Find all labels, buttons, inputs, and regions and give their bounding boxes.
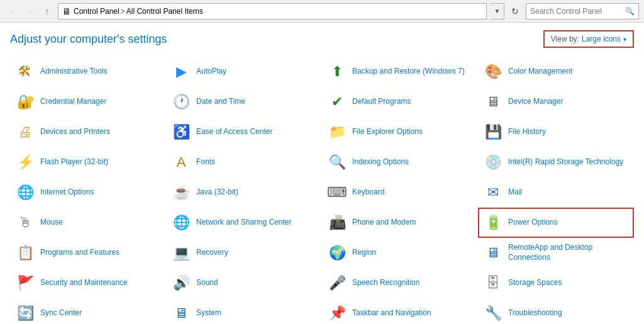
cp-item-internet[interactable]: 🌐Internet Options xyxy=(10,177,166,208)
recovery-icon: 💻 xyxy=(171,243,191,263)
network-icon: 🌐 xyxy=(171,213,191,233)
network-label: Network and Sharing Center xyxy=(196,218,291,228)
remote-label: RemoteApp and Desktop Connections xyxy=(508,243,629,262)
mouse-label: Mouse xyxy=(40,218,63,228)
flash-label: Flash Player (32-bit) xyxy=(40,157,108,167)
trouble-label: Troubleshooting xyxy=(508,308,562,318)
page-title: Adjust your computer's settings xyxy=(10,33,167,46)
backup-icon: ⬆ xyxy=(327,62,347,82)
device-mgr-icon: 🖥 xyxy=(483,92,503,112)
cp-item-intel[interactable]: 💿Intel(R) Rapid Storage Technology xyxy=(478,147,634,177)
credential-label: Credential Manager xyxy=(40,97,106,107)
cp-item-mail[interactable]: ✉Mail xyxy=(478,177,634,208)
refresh-button[interactable]: ↻ xyxy=(508,4,522,18)
cp-item-datetime[interactable]: 🕐Date and Time xyxy=(166,87,322,117)
cp-item-devices[interactable]: 🖨Devices and Printers xyxy=(10,117,166,147)
autoplay-icon: ▶ xyxy=(171,62,191,82)
cp-item-taskbar[interactable]: 📌Taskbar and Navigation xyxy=(322,298,478,324)
internet-icon: 🌐 xyxy=(15,182,35,203)
cp-item-trouble[interactable]: 🔧Troubleshooting xyxy=(478,298,634,324)
storage-label: Storage Spaces xyxy=(508,278,562,288)
datetime-icon: 🕐 xyxy=(171,92,191,112)
ease-icon: ♿ xyxy=(171,122,191,142)
search-box: 🔍 xyxy=(526,3,639,20)
cp-item-color-mgmt[interactable]: 🎨Color Management xyxy=(478,57,634,87)
path-icon: 🖥 xyxy=(62,6,71,16)
mouse-icon: 🖱 xyxy=(15,213,35,233)
power-icon: 🔋 xyxy=(483,213,503,233)
cp-item-device-mgr[interactable]: 🖥Device Manager xyxy=(478,87,634,117)
security-icon: 🚩 xyxy=(15,273,35,293)
cp-item-region[interactable]: 🌍Region xyxy=(322,238,478,268)
cp-item-remote[interactable]: 🖥RemoteApp and Desktop Connections xyxy=(478,238,634,268)
cp-item-java[interactable]: ☕Java (32-bit) xyxy=(166,177,322,208)
cp-item-system[interactable]: 🖥System xyxy=(166,298,322,324)
view-by-label: View by: xyxy=(551,35,579,43)
cp-item-backup[interactable]: ⬆Backup and Restore (Windows 7) xyxy=(322,57,478,87)
address-bar: ← → ↑ 🖥 Control Panel > All Control Pane… xyxy=(0,0,644,23)
up-button[interactable]: ↑ xyxy=(40,4,54,18)
autoplay-label: AutoPlay xyxy=(196,67,226,77)
main-content: Adjust your computer's settings View by:… xyxy=(0,23,644,324)
system-label: System xyxy=(196,308,221,318)
cp-item-power[interactable]: 🔋Power Options xyxy=(478,208,634,238)
cp-item-network[interactable]: 🌐Network and Sharing Center xyxy=(166,208,322,238)
cp-item-mouse[interactable]: 🖱Mouse xyxy=(10,208,166,238)
cp-item-programs[interactable]: 📋Programs and Features xyxy=(10,238,166,268)
cp-item-sync[interactable]: 🔄Sync Center xyxy=(10,298,166,324)
back-button[interactable]: ← xyxy=(5,4,19,18)
sound-icon: 🔊 xyxy=(171,273,191,293)
cp-item-fileexp[interactable]: 📁File Explorer Options xyxy=(322,117,478,147)
java-icon: ☕ xyxy=(171,182,191,203)
view-by-value: Large icons xyxy=(582,35,621,43)
mail-label: Mail xyxy=(508,187,522,198)
internet-label: Internet Options xyxy=(40,187,94,198)
credential-icon: 🔐 xyxy=(15,92,35,112)
intel-label: Intel(R) Rapid Storage Technology xyxy=(508,157,623,167)
color-mgmt-label: Color Management xyxy=(508,67,572,77)
remote-icon: 🖥 xyxy=(483,243,503,263)
cp-item-ease[interactable]: ♿Ease of Access Center xyxy=(166,117,322,147)
keyboard-label: Keyboard xyxy=(352,187,384,198)
cp-item-default-prog[interactable]: ✔Default Programs xyxy=(322,87,478,117)
path-dropdown[interactable]: ▼ xyxy=(491,3,504,20)
cp-item-filehist[interactable]: 💾File History xyxy=(478,117,634,147)
storage-icon: 🗄 xyxy=(483,273,503,293)
cp-item-recovery[interactable]: 💻Recovery xyxy=(166,238,322,268)
taskbar-label: Taskbar and Navigation xyxy=(352,308,431,318)
cp-item-storage[interactable]: 🗄Storage Spaces xyxy=(478,268,634,298)
view-by-box[interactable]: View by: Large icons ▾ xyxy=(543,30,634,48)
mail-icon: ✉ xyxy=(483,182,503,203)
programs-icon: 📋 xyxy=(15,243,35,263)
cp-item-sound[interactable]: 🔊Sound xyxy=(166,268,322,298)
cp-item-indexing[interactable]: 🔍Indexing Options xyxy=(322,147,478,177)
cp-item-speech[interactable]: 🎤Speech Recognition xyxy=(322,268,478,298)
devices-icon: 🖨 xyxy=(15,122,35,142)
phone-icon: 📠 xyxy=(327,213,347,233)
admin-tools-icon: 🛠 xyxy=(15,62,35,82)
default-prog-label: Default Programs xyxy=(352,97,411,107)
programs-label: Programs and Features xyxy=(40,248,119,258)
cp-item-autoplay[interactable]: ▶AutoPlay xyxy=(166,57,322,87)
cp-item-keyboard[interactable]: ⌨Keyboard xyxy=(322,177,478,208)
sync-label: Sync Center xyxy=(40,308,82,318)
speech-label: Speech Recognition xyxy=(352,278,419,288)
filehist-label: File History xyxy=(508,127,546,137)
cp-item-credential[interactable]: 🔐Credential Manager xyxy=(10,87,166,117)
java-label: Java (32-bit) xyxy=(196,187,238,198)
items-grid: 🛠Administrative Tools▶AutoPlay⬆Backup an… xyxy=(10,57,634,324)
device-mgr-label: Device Manager xyxy=(508,97,563,107)
cp-item-security[interactable]: 🚩Security and Maintenance xyxy=(10,268,166,298)
path-part1[interactable]: Control Panel xyxy=(74,7,119,16)
devices-label: Devices and Printers xyxy=(40,127,110,137)
search-input[interactable] xyxy=(530,7,625,16)
cp-item-fonts[interactable]: AFonts xyxy=(166,147,322,177)
path-part2[interactable]: All Control Panel Items xyxy=(126,7,203,16)
datetime-label: Date and Time xyxy=(196,97,245,107)
forward-button[interactable]: → xyxy=(23,4,36,18)
cp-item-flash[interactable]: ⚡Flash Player (32-bit) xyxy=(10,147,166,177)
sync-icon: 🔄 xyxy=(15,303,35,323)
flash-icon: ⚡ xyxy=(15,152,35,172)
cp-item-phone[interactable]: 📠Phone and Modem xyxy=(322,208,478,238)
cp-item-admin-tools[interactable]: 🛠Administrative Tools xyxy=(10,57,166,87)
